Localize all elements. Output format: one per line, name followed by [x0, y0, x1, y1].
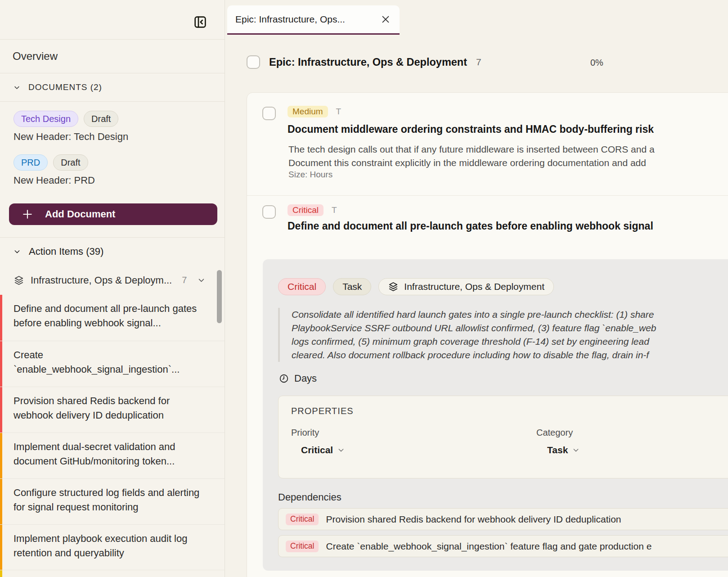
dependency-row[interactable]: Critical Create `enable_webhook_signal_i…: [278, 535, 728, 557]
action-item[interactable]: Implement playbook execution audit log r…: [0, 524, 225, 570]
action-item-text: Define and document all pre-launch gates…: [13, 302, 212, 330]
properties-header: PROPERTIES: [291, 406, 354, 416]
main-panel: Epic: Infrastructure, Ops... Epic: Infra…: [225, 0, 728, 577]
add-document-button[interactable]: Add Document: [9, 203, 217, 225]
action-item[interactable]: [0, 570, 225, 577]
epic-task-count: 7: [476, 57, 481, 68]
action-item-text: Implement dual-secret validation and doc…: [13, 440, 212, 469]
layers-icon: [388, 281, 399, 292]
epic-checkbox[interactable]: [247, 55, 260, 69]
add-document-label: Add Document: [45, 208, 115, 220]
close-icon[interactable]: [381, 14, 391, 24]
epic-title: Epic: Infrastructure, Ops & Deployment: [269, 56, 467, 68]
severity-bar: [0, 570, 2, 577]
action-item[interactable]: Implement dual-secret validation and doc…: [0, 433, 225, 478]
category-select[interactable]: Task: [547, 445, 580, 455]
task-list-card: Medium T Document middleware ordering co…: [247, 92, 728, 577]
action-item[interactable]: Configure structured log fields and aler…: [0, 478, 225, 524]
epic-progress: 0%: [590, 58, 603, 68]
priority-badge[interactable]: Critical: [278, 278, 326, 295]
documents-header-label: DOCUMENTS (2): [28, 82, 102, 92]
document-list-item[interactable]: PRD Draft New Header: PRD: [13, 154, 225, 186]
document-list-item[interactable]: Tech Design Draft New Header: Tech Desig…: [13, 111, 225, 143]
task-detail-description: Consolidate all identified hard launch g…: [278, 308, 728, 362]
tab-epic[interactable]: Epic: Infrastructure, Ops...: [227, 5, 400, 33]
action-item-text: Create `enable_webhook_signal_ingestion`…: [13, 348, 212, 377]
chevron-down-icon: [337, 446, 345, 454]
doc-title: New Header: Tech Design: [13, 131, 225, 143]
task-type-letter: T: [336, 107, 342, 117]
doc-title: New Header: PRD: [13, 175, 225, 186]
action-item[interactable]: Create `enable_webhook_signal_ingestion`…: [0, 341, 225, 387]
severity-bar: [0, 387, 2, 433]
category-badge[interactable]: Task: [333, 278, 371, 295]
task-checkbox[interactable]: [262, 205, 276, 219]
documents-section-header[interactable]: DOCUMENTS (2): [0, 73, 225, 102]
effort-label: Days: [294, 373, 317, 384]
category-label: Category: [536, 428, 573, 438]
chevron-down-icon: [13, 248, 21, 255]
epic-header: Epic: Infrastructure, Ops & Deployment 7: [247, 55, 481, 69]
action-item-text: Configure structured log fields and aler…: [13, 486, 212, 514]
documents-list: Tech Design Draft New Header: Tech Desig…: [0, 102, 225, 238]
doc-type-badge: PRD: [13, 154, 48, 171]
action-items-section-header[interactable]: Action Items (39): [0, 238, 225, 266]
tab-title: Epic: Infrastructure, Ops...: [235, 14, 374, 25]
action-item-text: Provision shared Redis backend for webho…: [13, 394, 212, 423]
app-root: Overview DOCUMENTS (2) Tech Design Draft…: [0, 0, 728, 577]
dependency-priority-badge: Critical: [286, 541, 319, 552]
epic-badge-label: Infrastructure, Ops & Deployment: [404, 281, 544, 292]
dependency-text: Provision shared Redis backend for webho…: [326, 514, 621, 525]
dependency-priority-badge: Critical: [286, 514, 319, 525]
action-item[interactable]: Provision shared Redis backend for webho…: [0, 387, 225, 433]
sidebar: Overview DOCUMENTS (2) Tech Design Draft…: [0, 0, 225, 577]
severity-bar: [0, 295, 2, 341]
sidebar-header: [0, 0, 225, 40]
task-description: The tech design calls out that if any fu…: [288, 143, 728, 170]
dependency-text: Create `enable_webhook_signal_ingestion`…: [326, 541, 652, 552]
task-checkbox[interactable]: [262, 107, 276, 120]
sidebar-collapse-button[interactable]: [193, 14, 208, 30]
dependency-row[interactable]: Critical Provision shared Redis backend …: [278, 508, 728, 530]
active-tab-indicator: [227, 33, 400, 35]
action-item-text: Implement playbook execution audit log r…: [13, 532, 212, 560]
doc-status-badge: Draft: [84, 111, 118, 127]
task-type-letter: T: [332, 205, 337, 215]
group-count: 7: [182, 275, 187, 285]
clock-icon: [279, 374, 289, 383]
panel-left-collapse-icon: [193, 15, 208, 29]
row-divider: [247, 195, 728, 196]
chevron-down-icon: [198, 276, 205, 284]
detail-badges: Critical Task Infrastructure, Ops & Depl…: [278, 278, 554, 295]
overview-label: Overview: [13, 50, 58, 63]
plus-icon: [22, 208, 33, 220]
action-items-list: Define and document all pre-launch gates…: [0, 295, 225, 577]
severity-bar: [0, 525, 2, 570]
priority-label: Priority: [291, 428, 319, 438]
epic-badge[interactable]: Infrastructure, Ops & Deployment: [378, 278, 554, 295]
properties-card: PROPERTIES Priority Critical Category Ta…: [278, 396, 728, 478]
action-item[interactable]: Define and document all pre-launch gates…: [0, 295, 225, 341]
dependencies-header: Dependencies: [278, 491, 342, 503]
task-size: Size: Hours: [288, 170, 333, 180]
priority-badge: Critical: [288, 204, 324, 216]
sidebar-scrollbar-thumb[interactable]: [217, 270, 222, 323]
action-items-group[interactable]: Infrastructure, Ops & Deploym... 7: [0, 266, 225, 295]
chevron-down-icon: [13, 84, 20, 91]
task-title[interactable]: Define and document all pre-launch gates…: [288, 220, 728, 232]
task-badges: Medium T: [288, 106, 341, 117]
action-items-header-label: Action Items (39): [29, 246, 103, 257]
priority-badge: Medium: [288, 106, 328, 117]
layers-icon: [13, 275, 24, 286]
effort-row: Days: [279, 373, 317, 384]
task-title[interactable]: Document middleware ordering constraints…: [288, 123, 728, 135]
severity-bar: [0, 433, 2, 478]
task-badges: Critical T: [288, 204, 337, 216]
priority-select[interactable]: Critical: [301, 445, 345, 455]
sidebar-item-overview[interactable]: Overview: [0, 40, 225, 73]
severity-bar: [0, 341, 2, 387]
severity-bar: [0, 479, 2, 524]
doc-status-badge: Draft: [53, 154, 88, 171]
task-detail-panel: Critical Task Infrastructure, Ops & Depl…: [263, 259, 728, 571]
group-label: Infrastructure, Ops & Deploym...: [31, 275, 172, 286]
